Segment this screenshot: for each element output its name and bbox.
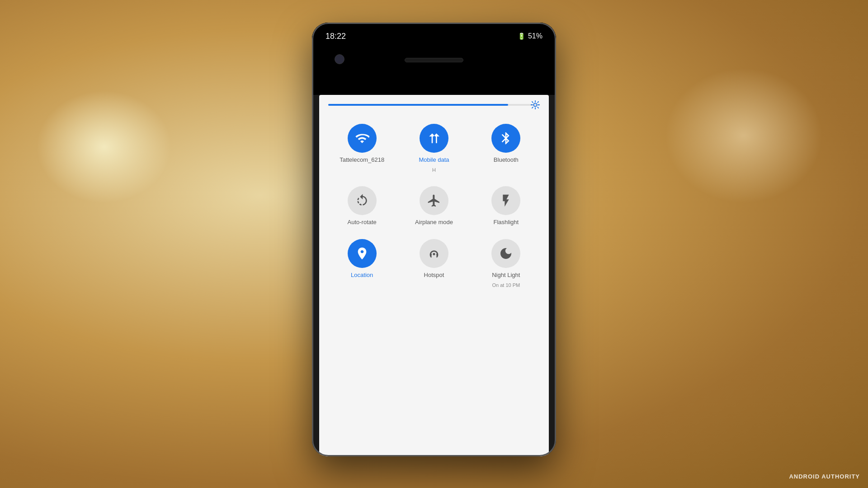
quick-settings-panel: Tattelecom_6218 Mobile data H [319, 95, 549, 456]
tiles-grid: Tattelecom_6218 Mobile data H [328, 119, 540, 292]
status-bar: 18:22 🔋 51% [312, 23, 556, 50]
battery-percent: 51% [528, 32, 542, 40]
battery-icon: 🔋 [518, 33, 525, 40]
hotspot-label: Hotspot [424, 272, 444, 279]
scene: 18:22 🔋 51% [0, 0, 868, 488]
tile-auto-rotate[interactable]: Auto-rotate [328, 182, 396, 230]
location-label: Location [351, 272, 373, 279]
hotspot-icon-circle [420, 239, 448, 268]
airplane-mode-label: Airplane mode [415, 219, 453, 226]
auto-rotate-label: Auto-rotate [348, 219, 377, 226]
tile-hotspot[interactable]: Hotspot [400, 235, 467, 292]
mobile-data-icon-circle [420, 124, 448, 153]
airplane-icon-circle [420, 186, 448, 215]
bluetooth-label: Bluetooth [494, 156, 519, 164]
night-light-sublabel: On at 10 PM [492, 282, 520, 288]
tile-flashlight[interactable]: Flashlight [472, 182, 540, 230]
wifi-label: Tattelecom_6218 [340, 156, 384, 164]
svg-line-5 [532, 102, 533, 103]
brightness-track[interactable] [328, 104, 540, 106]
phone: 18:22 🔋 51% [312, 23, 556, 456]
tile-airplane-mode[interactable]: Airplane mode [400, 182, 467, 230]
mobile-data-label: Mobile data [419, 156, 449, 164]
svg-point-0 [533, 103, 537, 106]
status-right: 🔋 51% [518, 32, 542, 40]
wifi-icon-circle [348, 124, 377, 153]
tile-mobile-data[interactable]: Mobile data H [400, 119, 467, 177]
camera [335, 54, 344, 64]
svg-line-8 [532, 107, 533, 108]
brightness-fill [328, 104, 508, 106]
tile-night-light[interactable]: Night Light On at 10 PM [472, 235, 540, 292]
auto-rotate-icon-circle [348, 186, 377, 215]
flashlight-label: Flashlight [494, 219, 519, 226]
flashlight-icon-circle [491, 186, 520, 215]
brightness-row[interactable] [328, 104, 540, 106]
svg-line-6 [538, 107, 538, 108]
night-light-icon-circle [491, 239, 520, 268]
bluetooth-icon-circle [491, 124, 520, 153]
svg-line-7 [538, 102, 538, 103]
brightness-thumb [530, 99, 541, 110]
speaker [405, 58, 463, 62]
night-light-label: Night Light [492, 272, 520, 279]
tile-wifi[interactable]: Tattelecom_6218 [328, 119, 396, 177]
location-icon-circle [348, 239, 377, 268]
tile-bluetooth[interactable]: Bluetooth [472, 119, 540, 177]
tile-location[interactable]: Location [328, 235, 396, 292]
status-time: 18:22 [326, 32, 346, 41]
mobile-data-sublabel: H [432, 167, 436, 173]
